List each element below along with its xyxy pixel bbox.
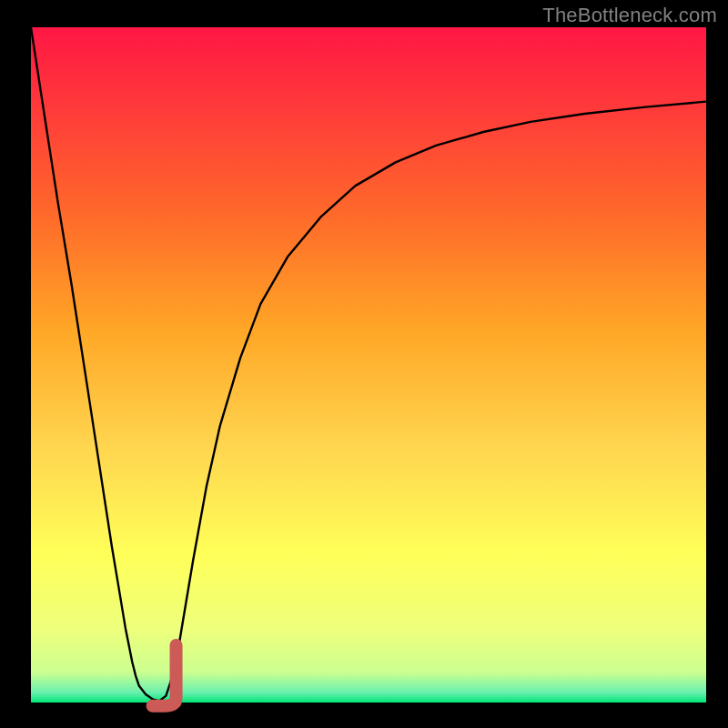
watermark-label: TheBottleneck.com bbox=[542, 4, 717, 27]
gradient-background bbox=[31, 27, 706, 703]
chart-stage: { "watermark": "TheBottleneck.com", "col… bbox=[0, 0, 728, 728]
bottleneck-chart bbox=[0, 0, 728, 728]
